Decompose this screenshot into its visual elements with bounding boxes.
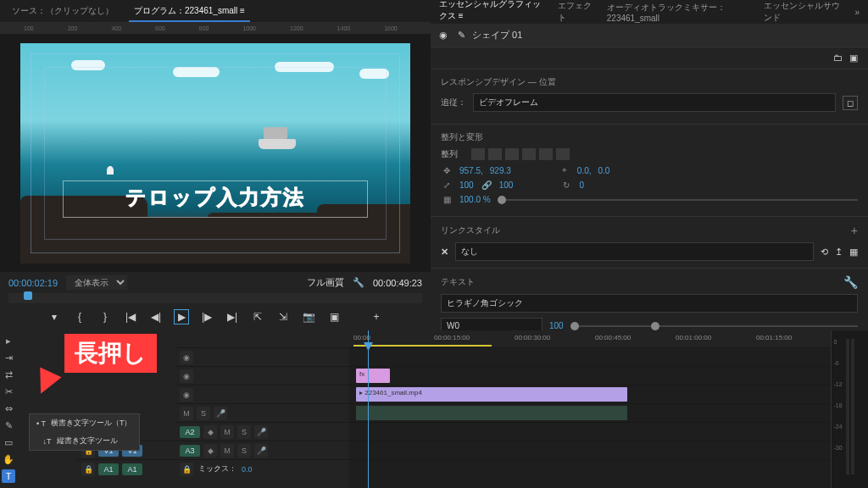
font-size-value[interactable]: 100 xyxy=(549,321,564,330)
rotation-value[interactable]: 0 xyxy=(579,180,584,190)
pen-tool[interactable]: ✎ xyxy=(2,419,15,432)
lift-button[interactable]: ⇱ xyxy=(251,310,264,324)
timeline-body[interactable]: 00:00 00:00:15:00 00:00:30:00 00:00:45:0… xyxy=(349,330,831,488)
track-header-v2[interactable]: ◉ xyxy=(175,366,349,385)
track-header-v3[interactable]: ◉ xyxy=(175,347,349,366)
mute-a1[interactable]: M xyxy=(180,407,193,420)
mini-playhead[interactable] xyxy=(24,291,32,300)
slip-tool[interactable]: ⇔ xyxy=(2,402,15,415)
program-tab[interactable]: プログラム：223461_small ≡ xyxy=(129,2,250,20)
clip-audio-a1[interactable] xyxy=(356,406,627,420)
lock-a1[interactable]: 🔒 xyxy=(81,463,95,476)
keyframe-a2[interactable]: ◆ xyxy=(203,425,217,439)
anchor-y[interactable]: 0.0 xyxy=(598,166,610,175)
ripple-tool[interactable]: ⇄ xyxy=(2,368,15,381)
lane-a2[interactable] xyxy=(349,422,831,441)
font-weight-dropdown[interactable]: W0 xyxy=(441,318,542,330)
mark-out-button[interactable]: } xyxy=(98,310,112,324)
lane-v3[interactable] xyxy=(349,347,831,366)
compare-button[interactable]: ▣ xyxy=(327,310,341,324)
track-header-a1[interactable]: M S 🎤 xyxy=(175,403,349,422)
razor-tool[interactable]: ✂ xyxy=(2,385,15,398)
play-button[interactable]: ▶ xyxy=(175,310,188,324)
wrench-icon[interactable]: 🔧 xyxy=(843,275,858,289)
layer-name[interactable]: シェイプ 01 xyxy=(472,29,522,42)
position-x[interactable]: 957.5, xyxy=(459,166,483,175)
new-layer-icon[interactable]: ▣ xyxy=(849,53,858,64)
tab-audio-track-mixer[interactable]: オーディオトラックミキサー：223461_small xyxy=(607,2,750,23)
export-frame-button[interactable]: 📷 xyxy=(302,310,315,324)
lane-a3[interactable] xyxy=(349,441,831,459)
chain-icon[interactable]: ⟲ xyxy=(821,247,828,258)
solo-a3[interactable]: S xyxy=(237,444,251,458)
target-a1[interactable]: A1 xyxy=(122,463,142,475)
fit-select[interactable]: 全体表示 xyxy=(66,275,127,290)
timeline-playhead[interactable] xyxy=(368,330,369,488)
solo-a1[interactable]: S xyxy=(197,407,210,420)
x-icon[interactable]: ✕ xyxy=(441,247,448,258)
clip-video[interactable]: ▸ 223461_small.mp4 xyxy=(356,387,627,402)
source-tab[interactable]: ソース：（クリップなし） xyxy=(7,2,119,20)
tab-essential-sound[interactable]: エッセンシャルサウンド xyxy=(764,0,842,24)
opacity-value[interactable]: 100.0 % xyxy=(459,195,491,204)
telop-text[interactable]: テロップ入力方法 xyxy=(125,184,305,211)
position-y[interactable]: 929.3 xyxy=(490,166,511,175)
lane-v2[interactable]: fx xyxy=(349,366,831,385)
type-tool[interactable]: T xyxy=(2,469,15,483)
font-size-slider[interactable] xyxy=(570,325,858,327)
toggle-track-output-v3[interactable]: ◉ xyxy=(180,351,193,364)
tab-essential-graphics[interactable]: エッセンシャルグラフィックス ≡ xyxy=(439,0,544,26)
button-editor[interactable]: + xyxy=(370,310,383,324)
grid-icon[interactable]: ▦ xyxy=(849,247,858,258)
mute-a2[interactable]: M xyxy=(220,425,234,439)
follow-dropdown[interactable]: ビデオフレーム xyxy=(473,93,836,112)
program-preview[interactable]: テロップ入力方法 xyxy=(0,34,431,272)
align-top-button[interactable] xyxy=(522,148,536,160)
upload-icon[interactable]: ↥ xyxy=(835,247,843,258)
solo-a2[interactable]: S xyxy=(237,425,251,439)
lane-mix[interactable] xyxy=(349,459,831,478)
go-to-out-button[interactable]: ▶| xyxy=(225,310,239,324)
align-hcenter-button[interactable] xyxy=(488,148,502,160)
scale-h[interactable]: 100 xyxy=(499,180,514,190)
selection-tool[interactable]: ▸ xyxy=(2,334,15,347)
anchor-x[interactable]: 0.0, xyxy=(577,166,592,175)
font-family-dropdown[interactable]: ヒラギノ角ゴシック xyxy=(441,294,858,313)
track-header-v1[interactable]: ◉ xyxy=(175,385,349,403)
panel-menu-icon[interactable]: » xyxy=(854,8,860,17)
align-bottom-button[interactable] xyxy=(556,148,570,160)
align-left-button[interactable] xyxy=(471,148,485,160)
extract-button[interactable]: ⇲ xyxy=(276,310,290,324)
step-back-button[interactable]: ◀| xyxy=(149,310,163,324)
toggle-track-output-v1[interactable]: ◉ xyxy=(180,388,193,402)
target-a2[interactable]: A2 xyxy=(180,426,200,438)
timeline-ruler[interactable]: 00:00 00:00:15:00 00:00:30:00 00:00:45:0… xyxy=(349,330,831,347)
horizontal-type-tool[interactable]: • T 横書き文字ツール（T） xyxy=(30,414,139,432)
add-marker-button[interactable]: ▾ xyxy=(47,310,61,324)
lane-v1[interactable]: ▸ 223461_small.mp4 xyxy=(349,385,831,403)
opacity-slider[interactable] xyxy=(498,199,858,201)
vertical-type-tool[interactable]: ↓T 縦書き文字ツール xyxy=(30,432,139,450)
keyframe-a3[interactable]: ◆ xyxy=(203,444,217,458)
mini-timeline[interactable] xyxy=(8,293,422,303)
voice-a3[interactable]: 🎤 xyxy=(254,444,268,458)
tab-effect[interactable]: エフェクト xyxy=(558,0,593,24)
source-a1[interactable]: A1 xyxy=(98,463,119,475)
mute-a3[interactable]: M xyxy=(220,444,234,458)
step-forward-button[interactable]: |▶ xyxy=(200,310,214,324)
hand-tool[interactable]: ✋ xyxy=(2,452,15,466)
voice-a1[interactable]: 🎤 xyxy=(214,407,227,420)
wrench-icon[interactable]: 🔧 xyxy=(353,277,364,288)
add-style-button[interactable]: + xyxy=(851,224,858,237)
link-style-dropdown[interactable]: なし xyxy=(455,242,814,261)
lock-mix[interactable]: 🔒 xyxy=(180,463,193,476)
layer-row-shape[interactable]: ◉ ✎ シェイプ 01 xyxy=(431,24,868,47)
mark-in-button[interactable]: { xyxy=(73,310,86,324)
track-header-a3[interactable]: A3 ◆ M S 🎤 xyxy=(175,441,349,459)
target-a3[interactable]: A3 xyxy=(180,445,200,457)
toggle-track-output-v2[interactable]: ◉ xyxy=(180,369,193,383)
mix-value[interactable]: 0.0 xyxy=(242,465,253,474)
track-header-mix[interactable]: 🔒 ミックス： 0.0 xyxy=(175,459,349,478)
lane-a1[interactable] xyxy=(349,403,831,422)
eye-icon[interactable]: ◉ xyxy=(439,30,451,41)
